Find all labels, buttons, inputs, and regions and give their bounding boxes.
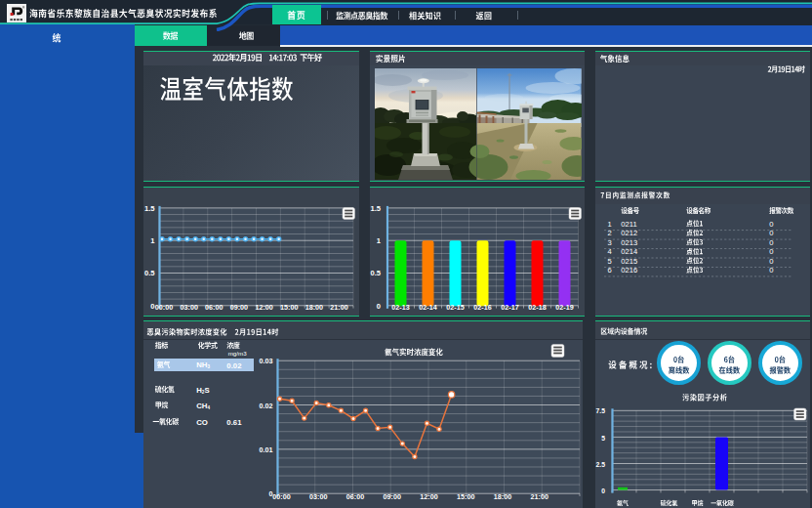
svg-text:21:00: 21:00	[330, 303, 347, 312]
svg-text:0212: 0212	[621, 229, 637, 237]
svg-text:0.03: 0.03	[260, 357, 273, 365]
svg-text:18:00: 18:00	[494, 492, 511, 501]
svg-text:0211: 0211	[621, 220, 636, 229]
svg-text:06:00: 06:00	[205, 303, 223, 312]
svg-text:0.5: 0.5	[144, 269, 155, 277]
svg-text:0.61: 0.61	[226, 418, 242, 427]
svg-text:00:00: 00:00	[155, 303, 173, 312]
svg-text:12:00: 12:00	[420, 492, 437, 501]
svg-text:3: 3	[608, 238, 612, 247]
svg-text:02-19: 02-19	[555, 303, 573, 312]
svg-text:7.5: 7.5	[596, 407, 606, 414]
svg-text:0213: 0213	[621, 238, 637, 247]
svg-text:0.5: 0.5	[370, 269, 381, 277]
svg-text:2.5: 2.5	[596, 461, 606, 468]
svg-text:1.5: 1.5	[370, 204, 381, 213]
svg-text:0: 0	[601, 487, 605, 494]
svg-text:5: 5	[601, 435, 605, 442]
svg-text:0: 0	[769, 247, 773, 256]
svg-text:CO: CO	[196, 418, 208, 427]
svg-text:0: 0	[769, 220, 773, 229]
svg-text:mg/m3: mg/m3	[228, 350, 247, 357]
svg-text:02-15: 02-15	[446, 303, 464, 312]
svg-text:03:00: 03:00	[309, 492, 327, 501]
svg-text:4: 4	[608, 247, 612, 256]
svg-text:1.5: 1.5	[144, 204, 155, 213]
svg-text:1: 1	[608, 220, 612, 229]
svg-text:0: 0	[769, 229, 773, 237]
svg-text:09:00: 09:00	[384, 492, 401, 501]
svg-text:02-14: 02-14	[419, 303, 436, 312]
svg-text:NH3: NH3	[196, 360, 210, 369]
svg-text:06:00: 06:00	[346, 492, 364, 501]
svg-text:00:00: 00:00	[272, 492, 290, 501]
svg-text:15:00: 15:00	[280, 303, 298, 312]
svg-text:CH4: CH4	[196, 402, 210, 410]
svg-text:03:00: 03:00	[181, 303, 198, 312]
svg-text:0.02: 0.02	[260, 402, 273, 410]
svg-text:02-13: 02-13	[391, 303, 409, 312]
svg-text:18:00: 18:00	[305, 303, 323, 312]
svg-text:0: 0	[769, 238, 773, 247]
svg-text:02-17: 02-17	[501, 303, 518, 312]
svg-text:0: 0	[769, 257, 773, 266]
svg-text:6: 6	[608, 266, 612, 275]
svg-text:12:00: 12:00	[255, 303, 272, 312]
svg-text:5: 5	[608, 257, 612, 266]
svg-text:0.01: 0.01	[260, 445, 273, 454]
svg-text:0215: 0215	[621, 257, 637, 266]
svg-text:21:00: 21:00	[531, 492, 548, 501]
svg-text:15:00: 15:00	[457, 492, 474, 501]
svg-text:0214: 0214	[621, 247, 637, 256]
svg-text:09:00: 09:00	[230, 303, 248, 312]
svg-text:H2S: H2S	[196, 386, 209, 395]
svg-text:0: 0	[769, 266, 773, 275]
svg-text:02-18: 02-18	[528, 303, 546, 312]
svg-text:2: 2	[608, 229, 612, 237]
svg-text:1: 1	[377, 236, 382, 245]
svg-text:0.02: 0.02	[226, 361, 242, 370]
svg-text:0216: 0216	[621, 266, 637, 275]
svg-text:0: 0	[377, 302, 381, 311]
svg-text:02-16: 02-16	[473, 303, 491, 312]
svg-text:1: 1	[150, 236, 155, 245]
